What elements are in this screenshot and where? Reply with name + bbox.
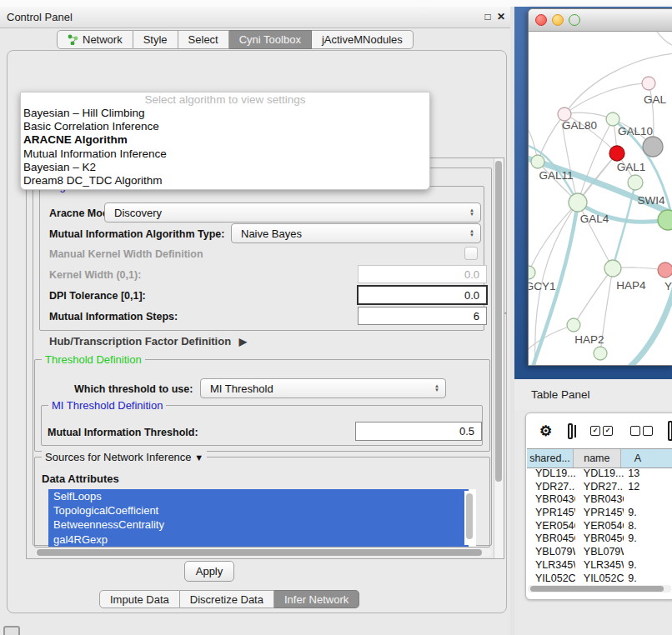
hub-definition-toggle[interactable]: Hub/Transcription Factor Definition ▶ — [49, 335, 247, 348]
node-hap4[interactable] — [604, 260, 621, 277]
hub-definition-label: Hub/Transcription Factor Definition — [49, 335, 231, 348]
algorithm-option-mutual-information-inference[interactable]: Mutual Information Inference — [21, 148, 429, 161]
table-cell: YBL079W — [575, 546, 624, 559]
table-row[interactable]: YPR145WYPR145W9. — [527, 507, 672, 520]
node-gal1[interactable] — [609, 146, 624, 161]
column-header-shared[interactable]: shared... — [527, 449, 574, 468]
gear-icon[interactable]: ⚙ — [539, 422, 552, 440]
tab-impute-data[interactable]: Impute Data — [99, 590, 180, 608]
divider-handle-icon[interactable]: ▪ — [504, 312, 508, 318]
table-row[interactable]: YLR345WYLR345W9. — [527, 559, 672, 572]
node-gal[interactable] — [642, 77, 655, 90]
settings-hscrollbar[interactable] — [35, 548, 492, 557]
tab-label: Discretize Data — [190, 593, 263, 606]
tab-discretize-data[interactable]: Discretize Data — [180, 590, 274, 608]
network-canvas[interactable]: GALGAL80GAL10GAL1GAL11GAL4SWI4GCY1HAP4YH… — [529, 32, 672, 365]
close-window-icon[interactable]: ✕ — [495, 9, 507, 24]
node-swi4[interactable] — [658, 210, 672, 230]
table-hscrollbar[interactable] — [528, 585, 671, 592]
table-row[interactable]: YBR045CYBR045C9. — [527, 532, 672, 546]
column-header-a[interactable]: A — [621, 449, 672, 468]
attribute-selfloops[interactable]: SelfLoops — [48, 489, 469, 503]
mi-type-combo[interactable]: Naive Bayes ▲▼ — [231, 223, 481, 243]
algorithm-option-dream8-dc-tdc-algorithm[interactable]: Dream8 DC_TDC Algorithm — [21, 174, 429, 188]
tab-select[interactable]: Select — [178, 30, 229, 49]
table-cell: YDL19... — [575, 468, 624, 481]
table-row[interactable]: YDL19...YDL19...13 — [527, 468, 672, 481]
which-threshold-value: MI Threshold — [210, 382, 434, 395]
algorithm-option-bayesian-hill-climbing[interactable]: Bayesian – Hill Climbing — [21, 107, 429, 120]
aracne-mode-combo[interactable]: Discovery ▲▼ — [104, 202, 481, 222]
apply-button[interactable]: Apply — [184, 561, 234, 582]
manual-kernel-label: Manual Kernel Width Definition — [49, 248, 203, 260]
cyni-settings-panel: Cyni Algorithm Settings Algorithm Defini… — [26, 158, 504, 559]
settings-vscrollbar[interactable] — [494, 158, 504, 558]
tab-infer-network[interactable]: Infer Network — [274, 590, 359, 608]
algorithm-option-basic-correlation-inference[interactable]: Basic Correlation Inference — [21, 120, 429, 133]
tab-label: Infer Network — [284, 593, 349, 606]
table-window: ⚙ ✓✓ shared...nameA YDL19...YDL19...13YD… — [525, 412, 672, 600]
attribute-gal4rgexp[interactable]: gal4RGexp — [48, 532, 469, 547]
close-traffic-light-icon[interactable] — [535, 14, 547, 26]
table-cell: YER054C — [527, 520, 575, 533]
which-threshold-combo[interactable]: MI Threshold ▲▼ — [200, 378, 446, 398]
minimized-panel-icon[interactable] — [3, 626, 20, 635]
table-panel-header: Table Panel — [514, 379, 672, 410]
network-window: GALGAL80GAL10GAL1GAL11GAL4SWI4GCY1HAP4YH… — [528, 8, 672, 366]
tab-jactivemnodules[interactable]: jActiveMNodules — [312, 30, 414, 49]
table-cell: YPR145W — [527, 507, 575, 520]
table-cell: YPR145W — [575, 507, 624, 520]
attr-list-scrollbar[interactable] — [464, 491, 475, 545]
tab-label: jActiveMNodules — [322, 33, 403, 46]
node-label-gal: GAL — [644, 93, 667, 106]
node-unlabeled[interactable] — [643, 137, 663, 157]
node-gal11[interactable] — [531, 155, 544, 168]
deselect-all-icon[interactable] — [630, 426, 653, 436]
dpi-tolerance-field[interactable]: 0.0 — [357, 285, 488, 305]
attribute-betweennesscentrality[interactable]: BetweennessCentrality — [48, 518, 469, 532]
mi-steps-field[interactable]: 6 — [358, 307, 487, 325]
tab-cyni-toolbox[interactable]: Cyni Toolbox — [229, 30, 312, 49]
node-unlabeled[interactable] — [594, 347, 607, 360]
node-y[interactable] — [658, 262, 672, 278]
node-label-hap4: HAP4 — [616, 279, 646, 292]
attribute-topologicalcoefficient[interactable]: TopologicalCoefficient — [48, 503, 469, 518]
manual-kernel-checkbox[interactable] — [464, 247, 478, 260]
network-edge — [654, 32, 672, 47]
control-panel: Control Panel □ ✕ NetworkStyleSelectCyni… — [0, 7, 511, 618]
select-all-icon[interactable]: ✓✓ — [590, 426, 613, 436]
sources-legend[interactable]: Sources for Network Inference ▼ — [42, 451, 207, 463]
minimize-traffic-light-icon[interactable] — [552, 14, 564, 26]
kernel-width-field[interactable]: 0.0 — [358, 265, 487, 283]
table-cell: YLR345W — [575, 559, 624, 572]
network-graph: GALGAL80GAL10GAL1GAL11GAL4SWI4GCY1HAP4YH… — [529, 32, 672, 365]
algorithm-option-aracne-algorithm[interactable]: ARACNE Algorithm — [21, 133, 429, 147]
control-panel-tabbar: NetworkStyleSelectCyni ToolboxjActiveMNo… — [57, 30, 414, 49]
mi-threshold-field[interactable]: 0.5 — [355, 422, 482, 441]
tab-label: Network — [83, 33, 123, 46]
table-cell: YIL052C — [527, 572, 575, 583]
table-row[interactable]: YDR27...YDR27...12 — [527, 481, 672, 494]
tab-style[interactable]: Style — [133, 30, 178, 49]
tab-network[interactable]: Network — [57, 30, 133, 49]
node-gcy1[interactable] — [529, 266, 535, 279]
document-icon[interactable] — [668, 421, 672, 441]
table-row[interactable]: YIL052CYIL052C9. — [527, 572, 672, 583]
table-row[interactable]: YBL079WYBL079W — [527, 546, 672, 559]
column-header-name[interactable]: name — [574, 449, 621, 468]
columns-icon[interactable] — [568, 423, 573, 439]
network-window-titlebar[interactable] — [529, 9, 672, 32]
node-unlabeled[interactable] — [628, 175, 643, 190]
float-window-icon[interactable]: □ — [482, 9, 494, 24]
control-panel-title: Control Panel — [7, 11, 73, 23]
node-hap2[interactable] — [567, 318, 580, 332]
algorithm-option-bayesian-k2[interactable]: Bayesian – K2 — [21, 161, 429, 174]
zoom-traffic-light-icon[interactable] — [569, 14, 580, 26]
table-row[interactable]: YBR043CYBR043C — [527, 493, 672, 507]
node-gal4[interactable] — [569, 193, 587, 212]
node-gal10[interactable] — [606, 112, 619, 126]
node-label-hap2: HAP2 — [574, 333, 604, 346]
mi-type-value: Naive Bayes — [241, 228, 469, 240]
node-label-gal80: GAL80 — [562, 119, 597, 132]
table-row[interactable]: YER054CYER054C8. — [527, 520, 672, 533]
